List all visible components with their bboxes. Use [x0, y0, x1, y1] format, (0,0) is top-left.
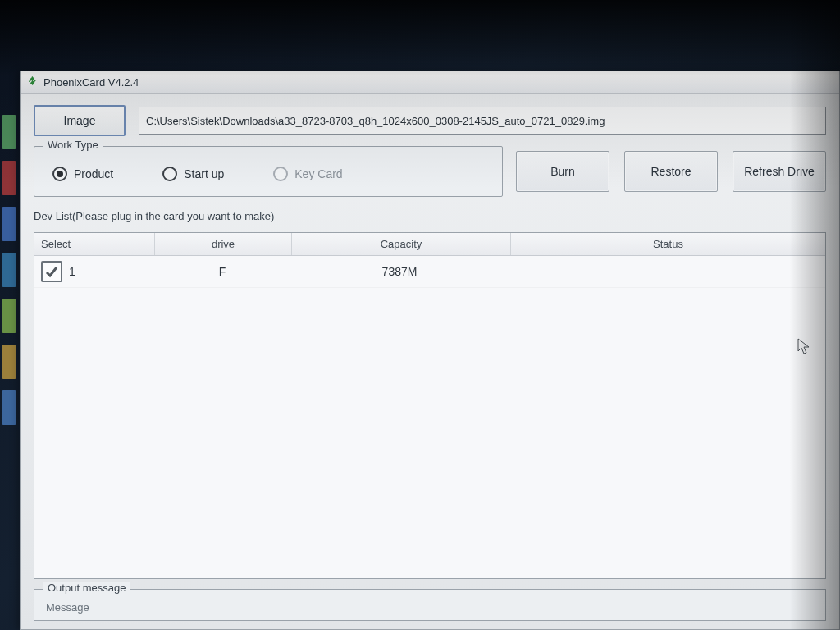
- row-drive: F: [154, 260, 290, 283]
- radio-dot-icon: [52, 167, 67, 181]
- row-status: [509, 267, 825, 276]
- desktop-background: PhoenixCard V4.2.4 Image Work Type Produ…: [0, 0, 840, 630]
- titlebar[interactable]: PhoenixCard V4.2.4: [21, 71, 839, 94]
- refresh-drive-button-label: Refresh Drive: [744, 165, 815, 178]
- worktype-legend: Work Type: [43, 139, 103, 151]
- radio-dot-icon: [162, 167, 177, 181]
- devlist-label: Dev List(Please plug in the card you wan…: [34, 210, 826, 222]
- radio-product[interactable]: Product: [52, 167, 113, 181]
- radio-dot-icon: [273, 167, 288, 181]
- col-header-select[interactable]: Select: [34, 233, 155, 255]
- radio-product-label: Product: [74, 167, 113, 180]
- phoenixcard-window: PhoenixCard V4.2.4 Image Work Type Produ…: [20, 71, 840, 630]
- row-capacity: 7387M: [290, 260, 509, 283]
- col-header-status[interactable]: Status: [511, 233, 825, 255]
- col-header-capacity[interactable]: Capacity: [292, 233, 511, 255]
- output-message-header: Message: [43, 600, 817, 615]
- app-icon: [25, 75, 39, 89]
- image-row: Image: [34, 105, 826, 136]
- image-button[interactable]: Image: [34, 105, 126, 136]
- restore-button[interactable]: Restore: [624, 151, 718, 192]
- worktype-group: Work Type Product Start up Key Card: [34, 146, 503, 197]
- action-buttons: Burn Restore Refresh Drive: [516, 146, 826, 197]
- output-message-group: Output message Message: [34, 589, 826, 621]
- client-area: Image Work Type Product Start up: [21, 94, 839, 629]
- refresh-drive-button[interactable]: Refresh Drive: [733, 151, 826, 192]
- output-legend: Output message: [43, 582, 130, 594]
- image-path-input[interactable]: [139, 107, 826, 135]
- radio-keycard: Key Card: [273, 167, 342, 181]
- burn-button[interactable]: Burn: [516, 151, 609, 192]
- devlist-header: Select drive Capacity Status: [34, 233, 825, 256]
- background-desktop-icons: [0, 115, 21, 574]
- radio-startup[interactable]: Start up: [162, 167, 224, 181]
- restore-button-label: Restore: [651, 165, 691, 178]
- worktype-and-actions-row: Work Type Product Start up Key Card: [34, 146, 826, 197]
- radio-startup-label: Start up: [184, 167, 224, 180]
- radio-keycard-label: Key Card: [294, 167, 342, 180]
- devlist: Select drive Capacity Status 1: [34, 232, 826, 579]
- row-index: 1: [69, 265, 75, 278]
- burn-button-label: Burn: [550, 165, 575, 178]
- window-title: PhoenixCard V4.2.4: [43, 76, 139, 89]
- col-header-drive[interactable]: drive: [155, 233, 292, 255]
- devlist-body[interactable]: 1 F 7387M: [34, 256, 825, 578]
- image-button-label: Image: [64, 114, 96, 127]
- row-checkbox[interactable]: [41, 261, 62, 282]
- table-row[interactable]: 1 F 7387M: [34, 256, 825, 288]
